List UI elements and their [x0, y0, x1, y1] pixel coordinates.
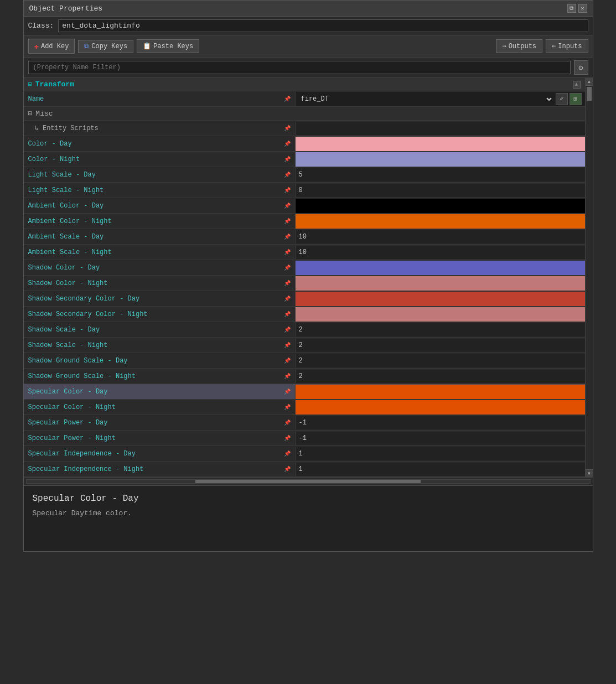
prop-value-20[interactable]: 1 [295, 447, 585, 460]
class-row: Class: [24, 17, 593, 35]
class-input[interactable] [58, 19, 588, 32]
prop-label-15: Shadow Ground Scale - Night📌 [24, 370, 295, 382]
color-swatch-10[interactable] [296, 293, 585, 305]
filter-row: ⚙ [24, 58, 593, 78]
prop-label-14: Shadow Ground Scale - Day📌 [24, 355, 295, 367]
eyedropper-button[interactable]: ✐ [556, 93, 568, 105]
prop-value-11[interactable] [295, 307, 585, 322]
paste-keys-button[interactable]: 📋 Paste Keys [137, 39, 199, 53]
prop-pin-icon-9: 📌 [284, 280, 291, 287]
add-icon: ✚ [34, 42, 39, 51]
scroll-thumb[interactable] [587, 87, 592, 101]
property-row: Shadow Color - Night📌 [24, 276, 585, 291]
prop-value-9[interactable] [295, 276, 585, 291]
prop-value-0[interactable] [295, 137, 585, 151]
prop-value-13[interactable]: 2 [295, 339, 585, 352]
inputs-button[interactable]: ⇐ Inputs [546, 39, 588, 53]
name-property-row: Name 📌 fire_DT ✐ ⊞ [24, 91, 585, 107]
h-scroll-thumb[interactable] [195, 480, 421, 483]
close-button[interactable]: ✕ [578, 4, 587, 13]
prop-pin-icon-20: 📌 [284, 450, 291, 457]
color-swatch-4[interactable] [296, 200, 585, 212]
property-row: Ambient Scale - Night📌10 [24, 245, 585, 260]
color-swatch-0[interactable] [296, 138, 585, 150]
property-row: Specular Color - Night📌 [24, 400, 585, 415]
property-rows-container: Color - Day📌Color - Night📌Light Scale - … [24, 136, 585, 477]
prop-value-15[interactable]: 2 [295, 370, 585, 383]
prop-label-21: Specular Independence - Night📌 [24, 463, 295, 475]
prop-label-17: Specular Color - Night📌 [24, 401, 295, 413]
prop-label-10: Shadow Secondary Color - Day📌 [24, 293, 295, 305]
add-key-button[interactable]: ✚ Add Key [28, 39, 75, 54]
description-text: Specular Daytime color. [33, 509, 584, 517]
property-row: Specular Independence - Night📌1 [24, 462, 585, 477]
property-row: Specular Power - Night📌-1 [24, 431, 585, 446]
color-picker-button[interactable]: ⊞ [570, 93, 582, 105]
h-scroll-track[interactable] [26, 479, 591, 484]
misc-section-header[interactable]: ⊟ Misc [24, 107, 585, 121]
scroll-down-button[interactable]: ▼ [586, 469, 593, 477]
prop-value-1[interactable] [295, 152, 585, 167]
prop-value-3[interactable]: 0 [295, 184, 585, 197]
name-dropdown[interactable]: fire_DT [299, 95, 553, 103]
transform-section-title: Transform [35, 80, 74, 89]
entity-scripts-label: ↳ Entity Scripts 📌 [24, 122, 295, 134]
prop-label-16: Specular Color - Day📌 [24, 386, 295, 398]
property-row: Shadow Scale - Day📌2 [24, 322, 585, 338]
title-bar: Object Properties ⧉ ✕ [24, 1, 593, 17]
prop-label-6: Ambient Scale - Day📌 [24, 231, 295, 243]
scroll-up-button[interactable]: ▲ [586, 78, 593, 86]
misc-toggle-icon[interactable]: ⊟ [28, 109, 33, 118]
entity-scripts-value[interactable] [295, 122, 585, 135]
prop-value-6[interactable]: 10 [295, 230, 585, 243]
prop-label-19: Specular Power - Night📌 [24, 432, 295, 444]
prop-value-21[interactable]: 1 [295, 463, 585, 476]
prop-value-14[interactable]: 2 [295, 354, 585, 367]
prop-value-7[interactable]: 10 [295, 246, 585, 259]
prop-pin-icon-14: 📌 [284, 357, 291, 364]
prop-label-0: Color - Day📌 [24, 138, 295, 150]
prop-value-16[interactable] [295, 385, 585, 399]
toolbar: ✚ Add Key ⧉ Copy Keys 📋 Paste Keys ⇒ Out… [24, 35, 593, 58]
color-swatch-9[interactable] [296, 277, 585, 289]
filter-settings-button[interactable]: ⚙ [574, 60, 588, 75]
property-row: Shadow Ground Scale - Night📌2 [24, 369, 585, 384]
title-bar-controls: ⧉ ✕ [567, 4, 587, 13]
color-swatch-17[interactable] [296, 401, 585, 413]
prop-label-7: Ambient Scale - Night📌 [24, 246, 295, 258]
copy-keys-button[interactable]: ⧉ Copy Keys [78, 40, 133, 53]
scroll-track[interactable] [586, 86, 593, 469]
color-swatch-11[interactable] [296, 308, 585, 320]
prop-value-18[interactable]: -1 [295, 416, 585, 429]
prop-label-11: Shadow Secondary Color - Night📌 [24, 308, 295, 320]
prop-value-5[interactable] [295, 214, 585, 229]
prop-value-12[interactable]: 2 [295, 323, 585, 336]
prop-value-8[interactable] [295, 261, 585, 275]
prop-pin-icon-18: 📌 [284, 419, 291, 426]
color-swatch-5[interactable] [296, 215, 585, 227]
transform-section-header[interactable]: ⊟ Transform ▲ [24, 78, 585, 91]
color-swatch-16[interactable] [296, 386, 585, 398]
transform-toggle-icon[interactable]: ⊟ [28, 80, 32, 89]
prop-value-2[interactable]: 5 [295, 168, 585, 182]
prop-value-10[interactable] [295, 292, 585, 306]
property-filter-input[interactable] [28, 61, 571, 74]
inputs-icon: ⇐ [552, 42, 556, 50]
prop-label-13: Shadow Scale - Night📌 [24, 339, 295, 351]
property-row: Shadow Secondary Color - Night📌 [24, 307, 585, 322]
restore-button[interactable]: ⧉ [567, 4, 576, 13]
prop-value-19[interactable]: -1 [295, 432, 585, 445]
color-swatch-1[interactable] [296, 153, 585, 165]
vertical-scrollbar: ▲ ▼ [585, 78, 593, 477]
scroll-up-indicator[interactable]: ▲ [573, 81, 581, 89]
prop-pin-icon-7: 📌 [284, 249, 291, 256]
prop-label-12: Shadow Scale - Day📌 [24, 324, 295, 336]
color-swatch-8[interactable] [296, 262, 585, 274]
property-row: Shadow Scale - Night📌2 [24, 338, 585, 353]
prop-value-4[interactable] [295, 199, 585, 213]
prop-pin-icon-21: 📌 [284, 466, 291, 473]
prop-pin-icon-5: 📌 [284, 218, 291, 225]
prop-label-3: Light Scale - Night📌 [24, 184, 295, 196]
prop-value-17[interactable] [295, 400, 585, 414]
outputs-button[interactable]: ⇒ Outputs [496, 39, 542, 53]
